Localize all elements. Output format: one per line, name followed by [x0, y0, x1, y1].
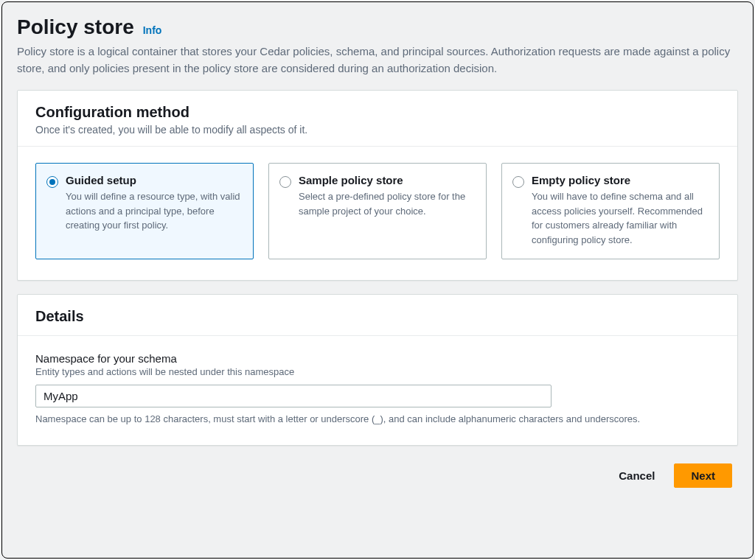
tile-title: Empty policy store: [532, 174, 709, 186]
namespace-hint: Entity types and actions will be nested …: [35, 366, 720, 377]
tile-description: You will have to define schema and all a…: [532, 189, 709, 247]
namespace-constraint: Namespace can be up to 128 characters, m…: [35, 413, 720, 424]
radio-icon: [279, 176, 291, 188]
details-title: Details: [35, 308, 720, 325]
option-empty-policy-store[interactable]: Empty policy store You will have to defi…: [501, 163, 720, 259]
config-method-panel: Configuration method Once it's created, …: [17, 90, 738, 281]
page-description: Policy store is a logical container that…: [17, 43, 738, 77]
footer-actions: Cancel Next: [17, 463, 738, 488]
tile-content: Empty policy store You will have to defi…: [532, 174, 709, 247]
tile-description: Select a pre-defined policy store for th…: [299, 189, 476, 218]
page-header: Policy store Info Policy store is a logi…: [17, 15, 738, 77]
config-method-header: Configuration method Once it's created, …: [18, 91, 737, 146]
page-title: Policy store: [17, 15, 134, 39]
option-sample-policy-store[interactable]: Sample policy store Select a pre-defined…: [268, 163, 487, 259]
page-container: Policy store Info Policy store is a logi…: [1, 1, 754, 559]
details-panel: Details Namespace for your schema Entity…: [17, 294, 738, 446]
title-row: Policy store Info: [17, 15, 738, 39]
tile-description: You will define a resource type, with va…: [66, 189, 243, 233]
next-button[interactable]: Next: [674, 463, 732, 488]
config-method-title: Configuration method: [35, 104, 720, 121]
tile-title: Guided setup: [66, 174, 243, 186]
config-method-subtitle: Once it's created, you will be able to m…: [35, 124, 720, 136]
tile-content: Sample policy store Select a pre-defined…: [299, 174, 476, 247]
details-header: Details: [18, 295, 737, 335]
namespace-label: Namespace for your schema: [35, 352, 720, 365]
namespace-input[interactable]: [35, 385, 552, 407]
radio-icon: [512, 176, 524, 188]
tile-title: Sample policy store: [299, 174, 476, 186]
details-body: Namespace for your schema Entity types a…: [18, 336, 737, 445]
option-guided-setup[interactable]: Guided setup You will define a resource …: [35, 163, 254, 259]
info-link[interactable]: Info: [143, 24, 162, 36]
config-method-body: Guided setup You will define a resource …: [18, 147, 737, 280]
cancel-button[interactable]: Cancel: [610, 463, 664, 488]
tile-content: Guided setup You will define a resource …: [66, 174, 243, 247]
radio-icon: [46, 176, 58, 188]
tile-row: Guided setup You will define a resource …: [35, 163, 720, 259]
